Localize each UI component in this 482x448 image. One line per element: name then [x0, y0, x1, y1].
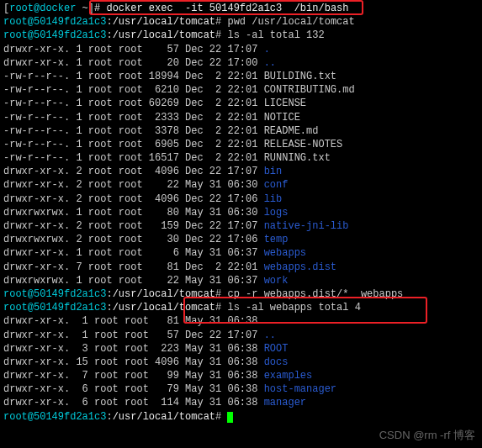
ls-total: total 132: [270, 29, 325, 41]
ls-row: drwxrwxrwx. 1 root root 22 May 31 06:37 …: [3, 275, 288, 287]
ls-row: -rw-r--r--. 1 root root 60269 Dec 2 22:0…: [3, 98, 306, 109]
pwd-output: /usr/local/tomcat: [252, 16, 354, 28]
ls-row: -rw-r--r--. 1 root root 2333 Dec 2 22:01…: [3, 112, 300, 124]
ls-row: drwxr-xr-x. 1 root root 57 Dec 22 17:07 …: [3, 329, 276, 341]
prompt-container[interactable]: root@50149fd2a1c3:/usr/local/tomcat# ls …: [3, 29, 264, 41]
ls-row: drwxr-xr-x. 3 root root 223 May 31 06:38…: [3, 343, 288, 355]
ls-row: -rw-r--r--. 1 root root 18994 Dec 2 22:0…: [3, 71, 336, 82]
ls-row: -rw-r--r--. 1 root root 16517 Dec 2 22:0…: [3, 152, 331, 164]
ls-row: drwxrwxrwx. 2 root root 30 Dec 22 17:06 …: [3, 234, 288, 245]
ls-row: drwxr-xr-x. 1 root root 57 Dec 22 17:07 …: [3, 44, 270, 55]
cursor-block: [227, 412, 233, 423]
ls-row: drwxr-xr-x. 6 root root 114 May 31 06:38…: [3, 397, 306, 408]
prompt-container[interactable]: root@50149fd2a1c3:/usr/local/tomcat# ls …: [3, 302, 312, 314]
watermark: CSDN @rm -rf 博客: [379, 428, 475, 443]
ls-row: drwxr-xr-x. 6 root root 79 May 31 06:38 …: [3, 383, 336, 395]
prompt-container[interactable]: root@50149fd2a1c3:/usr/local/tomcat# pwd: [3, 16, 246, 28]
ls-row: drwxrwxrwx. 1 root root 80 May 31 06:30 …: [3, 207, 288, 219]
ls-row: drwxr-xr-x. 15 root root 4096 May 31 06:…: [3, 356, 288, 368]
ls-row: -rw-r--r--. 1 root root 6210 Dec 2 22:01…: [3, 84, 355, 96]
ls-row: drwxr-xr-x. 1 root root 81 May 31 06:38 …: [3, 315, 270, 327]
ls-row: drwxr-xr-x. 2 root root 4096 Dec 22 17:0…: [3, 166, 282, 177]
prompt-host[interactable]: [root@docker ~]# docker exec -it 50149fd…: [3, 3, 348, 14]
ls-total: total 4: [318, 302, 360, 314]
terminal-output: [root@docker ~]# docker exec -it 50149fd…: [3, 2, 479, 424]
ls-row: drwxr-xr-x. 1 root root 6 May 31 06:37 w…: [3, 247, 306, 259]
ls-row: drwxr-xr-x. 1 root root 20 Dec 22 17:00 …: [3, 57, 276, 69]
ls-row: drwxr-xr-x. 2 root root 159 Dec 22 17:07…: [3, 220, 348, 232]
ls-row: drwxr-xr-x. 7 root root 99 May 31 06:38 …: [3, 370, 312, 382]
prompt-container[interactable]: root@50149fd2a1c3:/usr/local/tomcat# cp …: [3, 288, 403, 300]
ls-row: drwxr-xr-x. 7 root root 81 Dec 2 22:01 w…: [3, 261, 336, 273]
ls-row: drwxr-xr-x. 2 root root 4096 Dec 22 17:0…: [3, 193, 282, 205]
prompt-container[interactable]: root@50149fd2a1c3:/usr/local/tomcat#: [3, 411, 233, 423]
ls-row: drwxr-xr-x. 2 root root 22 May 31 06:30 …: [3, 179, 288, 191]
ls-row: -rw-r--r--. 1 root root 3378 Dec 2 22:01…: [3, 125, 318, 137]
ls-row: -rw-r--r--. 1 root root 6905 Dec 2 22:01…: [3, 139, 342, 150]
